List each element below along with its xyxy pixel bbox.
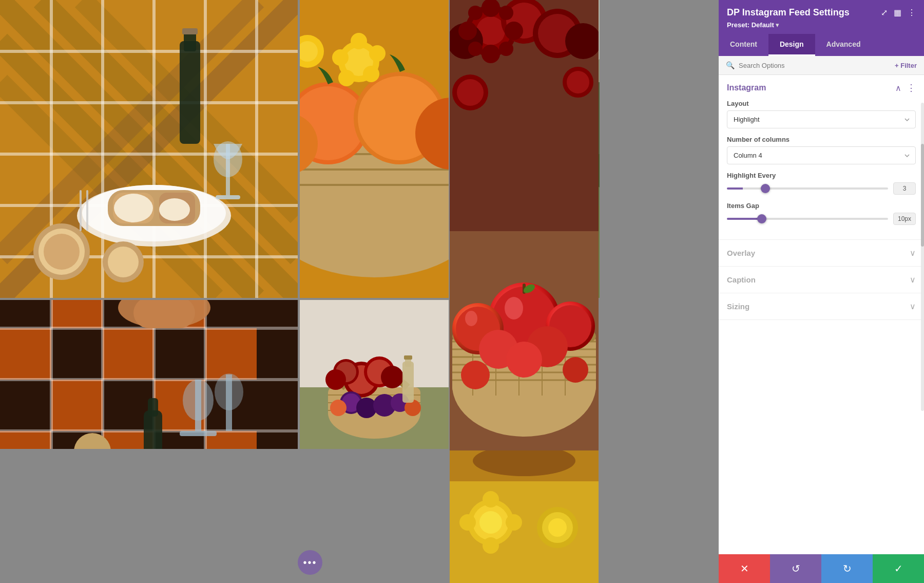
svg-rect-79 — [103, 328, 154, 380]
svg-rect-78 — [0, 328, 51, 380]
icon-columns[interactable]: ▦ — [894, 8, 901, 17]
search-input[interactable] — [739, 62, 891, 69]
svg-point-59 — [338, 70, 355, 86]
panel-title-row: DP Instagram Feed Settings ⤢ ▦ ⋮ — [727, 7, 916, 18]
svg-point-197 — [506, 514, 522, 531]
columns-select[interactable]: Column 1 Column 2 Column 3 Column 4 Colu… — [727, 146, 916, 164]
svg-point-196 — [459, 514, 476, 531]
svg-point-56 — [351, 33, 367, 49]
svg-point-146 — [482, 45, 500, 63]
svg-point-124 — [381, 366, 403, 388]
svg-point-152 — [499, 42, 513, 56]
section-sizing-title: Sizing — [727, 302, 749, 311]
svg-point-57 — [369, 45, 386, 62]
svg-point-147 — [458, 22, 477, 40]
cancel-icon: ✕ — [740, 562, 749, 575]
section-overlay-title: Overlay — [727, 249, 755, 257]
svg-point-154 — [457, 79, 484, 106]
panel-header: DP Instagram Feed Settings ⤢ ▦ ⋮ Preset:… — [719, 0, 924, 34]
panel-title: DP Instagram Feed Settings — [727, 7, 850, 18]
svg-point-178 — [465, 311, 477, 326]
redo-button[interactable]: ↻ — [821, 554, 873, 583]
items-gap-field-group: Items Gap 10px — [727, 202, 916, 225]
photo-bottom-left — [0, 300, 298, 449]
photo-top-right-1 — [300, 0, 449, 298]
svg-rect-134 — [404, 355, 412, 360]
settings-panel: DP Instagram Feed Settings ⤢ ▦ ⋮ Preset:… — [719, 0, 924, 583]
svg-rect-100 — [180, 431, 217, 436]
items-gap-slider[interactable] — [727, 218, 888, 220]
tab-content[interactable]: Content — [719, 34, 768, 56]
items-gap-label: Items Gap — [727, 202, 916, 210]
svg-point-99 — [183, 380, 214, 421]
svg-point-175 — [505, 297, 523, 319]
section-overlay[interactable]: Overlay ∨ — [719, 240, 924, 267]
tab-advanced[interactable]: Advanced — [815, 34, 872, 56]
scroll-indicator — [921, 103, 924, 411]
section-sizing[interactable]: Sizing ∨ — [719, 293, 924, 320]
photo-strip-bottom — [450, 450, 599, 583]
svg-point-156 — [567, 71, 589, 93]
columns-label: Number of columns — [727, 136, 916, 143]
svg-point-25 — [159, 198, 190, 221]
svg-rect-132 — [402, 362, 414, 403]
cancel-button[interactable]: ✕ — [719, 554, 770, 583]
search-bar: 🔍 + Filter — [719, 56, 924, 75]
preset-label: Preset: Default — [727, 21, 774, 29]
icon-more-vertical[interactable]: ⋮ — [908, 8, 916, 17]
action-bar-spacer — [719, 320, 924, 351]
svg-point-151 — [468, 42, 483, 56]
icon-square-arrows[interactable]: ⤢ — [881, 8, 888, 17]
panel-body: 🔍 + Filter Instagram ∧ ⋮ Layout — [719, 56, 924, 583]
layout-select[interactable]: Highlight Grid Masonry Carousel — [727, 110, 916, 128]
highlight-every-slider[interactable] — [727, 187, 888, 190]
photo-main — [0, 0, 298, 298]
section-overlay-chevron: ∨ — [910, 248, 916, 258]
svg-point-183 — [506, 342, 542, 378]
svg-point-36 — [108, 247, 139, 277]
section-instagram-dots[interactable]: ⋮ — [907, 82, 916, 93]
svg-rect-31 — [182, 28, 198, 34]
tab-design[interactable]: Design — [768, 34, 815, 56]
columns-field-group: Number of columns Column 1 Column 2 Colu… — [727, 136, 916, 164]
svg-rect-80 — [205, 328, 257, 380]
highlight-every-field-group: Highlight Every 3 — [727, 172, 916, 195]
section-instagram-controls: ∧ ⋮ — [895, 82, 916, 93]
section-instagram-chevron[interactable]: ∧ — [895, 83, 901, 93]
tabs-row: Content Design Advanced — [719, 34, 924, 56]
preset-row[interactable]: Preset: Default ▾ — [727, 21, 916, 34]
undo-icon: ↺ — [792, 562, 800, 575]
svg-point-190 — [479, 511, 502, 534]
svg-point-24 — [114, 194, 153, 222]
search-icon: 🔍 — [726, 61, 735, 69]
layout-label: Layout — [727, 100, 916, 107]
ellipsis-icon: ••• — [303, 557, 317, 569]
svg-rect-81 — [51, 380, 103, 431]
photo-large-right — [450, 0, 599, 450]
highlight-every-slider-row: 3 — [727, 182, 916, 195]
svg-rect-97 — [133, 300, 195, 328]
section-instagram-header: Instagram ∧ ⋮ — [727, 82, 916, 93]
section-sizing-chevron: ∨ — [910, 302, 916, 311]
svg-point-184 — [461, 361, 490, 389]
svg-point-34 — [44, 234, 80, 270]
filter-button[interactable]: + Filter — [895, 62, 917, 69]
svg-rect-76 — [51, 300, 103, 328]
svg-rect-29 — [180, 41, 200, 144]
section-caption-chevron: ∨ — [910, 275, 916, 285]
undo-button[interactable]: ↺ — [770, 554, 821, 583]
svg-point-102 — [215, 373, 243, 410]
section-caption[interactable]: Caption ∨ — [719, 267, 924, 293]
section-instagram: Instagram ∧ ⋮ Layout Highlight Grid Maso… — [719, 75, 924, 240]
scroll-thumb[interactable] — [921, 144, 924, 247]
svg-point-194 — [483, 491, 499, 507]
svg-point-148 — [505, 22, 523, 40]
svg-point-193 — [548, 518, 567, 537]
save-button[interactable]: ✓ — [873, 554, 924, 583]
photo-bottom-middle — [300, 300, 449, 449]
ellipsis-button[interactable]: ••• — [298, 550, 322, 575]
svg-point-60 — [332, 49, 349, 66]
svg-rect-37 — [80, 190, 82, 231]
redo-icon: ↻ — [843, 562, 852, 575]
svg-point-150 — [499, 6, 513, 20]
